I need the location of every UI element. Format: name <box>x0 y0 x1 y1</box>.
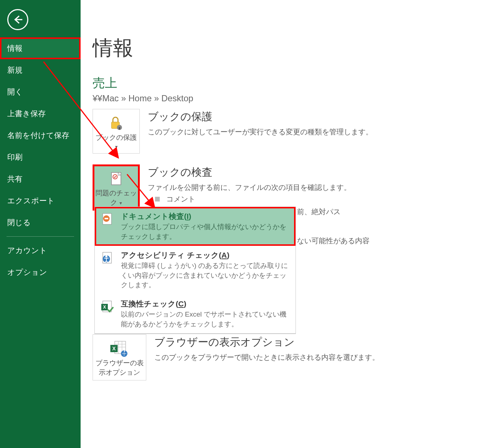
browser-section: X ブラウザーの表示オプション ブラウザーの表示オプション このブックをブラウザ… <box>93 334 419 380</box>
arrow-left-icon <box>12 14 23 25</box>
inspect-trailing-text: ない可能性がある内容 <box>297 236 370 246</box>
inspect-document-icon <box>100 211 115 227</box>
menu-compat-desc: 以前のバージョンの Excel でサポートされていない機能があるかどうかをチェッ… <box>121 310 290 329</box>
protect-title: ブックの保護 <box>148 110 419 124</box>
back-button[interactable] <box>7 9 28 30</box>
backstage-sidebar: 情報 新規 開く 上書き保存 名前を付けて保存 印刷 共有 エクスポート 閉じる… <box>0 0 81 448</box>
chevron-down-icon: ▾ <box>119 200 122 206</box>
menu-compat-title: 互換性チェック(C) <box>121 299 290 309</box>
check-issues-tile[interactable]: 問題のチェック ▾ <box>93 164 140 211</box>
nav-open[interactable]: 開く <box>0 81 81 103</box>
nav-save[interactable]: 上書き保存 <box>0 103 81 125</box>
svg-text:X: X <box>103 305 106 310</box>
menu-inspect-desc: ブックに隠しプロパティや個人情報がないかどうかをチェックします。 <box>121 222 290 241</box>
browser-view-tile[interactable]: X ブラウザーの表示オプション <box>93 334 146 380</box>
protect-section: ブックの保護 ▾ ブックの保護 このブックに対してユーザーが実行できる変更の種類… <box>93 109 419 154</box>
inspect-bullet: コメント <box>148 193 419 205</box>
document-check-icon <box>95 168 138 188</box>
nav-print[interactable]: 印刷 <box>0 146 81 168</box>
breadcrumb: ¥¥Mac » Home » Desktop <box>93 93 419 103</box>
menu-accessibility-desc: 視覚に障碍 (しょうがい) のある方にとって読み取りにくい内容がブックに含まれて… <box>121 261 290 290</box>
accessibility-icon <box>100 250 115 265</box>
nav-divider <box>7 236 74 237</box>
protect-workbook-tile[interactable]: ブックの保護 ▾ <box>93 109 140 154</box>
menu-compatibility-check[interactable]: X 互換性チェック(C) 以前のバージョンの Excel でサポートされていない… <box>95 294 296 333</box>
nav-save-as[interactable]: 名前を付けて保存 <box>0 125 81 146</box>
nav-export[interactable]: エクスポート <box>0 190 81 212</box>
nav-options[interactable]: オプション <box>0 261 81 283</box>
svg-text:X: X <box>112 346 116 351</box>
web-excel-icon: X <box>95 338 144 358</box>
inspect-desc: ファイルを公開する前に、ファイルの次の項目を確認します。 <box>148 182 419 193</box>
browser-desc: このブックをブラウザーで開いたときに表示される内容を選びます。 <box>154 352 419 363</box>
menu-accessibility-title: アクセシビリティ チェック(A) <box>121 250 290 260</box>
chevron-down-icon: ▾ <box>115 144 118 150</box>
menu-inspect-title: ドキュメント検査(I) <box>121 211 290 221</box>
svg-rect-16 <box>105 218 108 219</box>
menu-inspect-document[interactable]: ドキュメント検査(I) ブックに隠しプロパティや個人情報がないかどうかをチェック… <box>95 207 296 246</box>
lock-icon <box>95 113 138 133</box>
inspect-title: ブックの検査 <box>148 165 419 180</box>
nav-account[interactable]: アカウント <box>0 240 81 261</box>
browser-title: ブラウザーの表示オプション <box>154 335 419 350</box>
nav-info[interactable]: 情報 <box>0 37 81 59</box>
menu-accessibility-check[interactable]: アクセシビリティ チェック(A) 視覚に障碍 (しょうがい) のある方にとって読… <box>95 246 296 294</box>
check-issues-label: 問題のチェック <box>95 189 137 206</box>
page-title: 情報 <box>93 34 419 62</box>
protect-tile-label: ブックの保護 <box>95 134 137 141</box>
file-name: 売上 <box>93 75 419 91</box>
protect-desc: このブックに対してユーザーが実行できる変更の種類を管理します。 <box>148 126 419 137</box>
browser-tile-label: ブラウザーの表示オプション <box>95 358 144 377</box>
nav-share[interactable]: 共有 <box>0 168 81 190</box>
nav-new[interactable]: 新規 <box>0 59 81 81</box>
svg-point-19 <box>105 255 107 257</box>
nav-close[interactable]: 閉じる <box>0 212 81 233</box>
check-issues-dropdown: ドキュメント検査(I) ブックに隠しプロパティや個人情報がないかどうかをチェック… <box>94 207 296 334</box>
compatibility-icon: X <box>100 299 115 314</box>
svg-rect-3 <box>119 127 120 130</box>
